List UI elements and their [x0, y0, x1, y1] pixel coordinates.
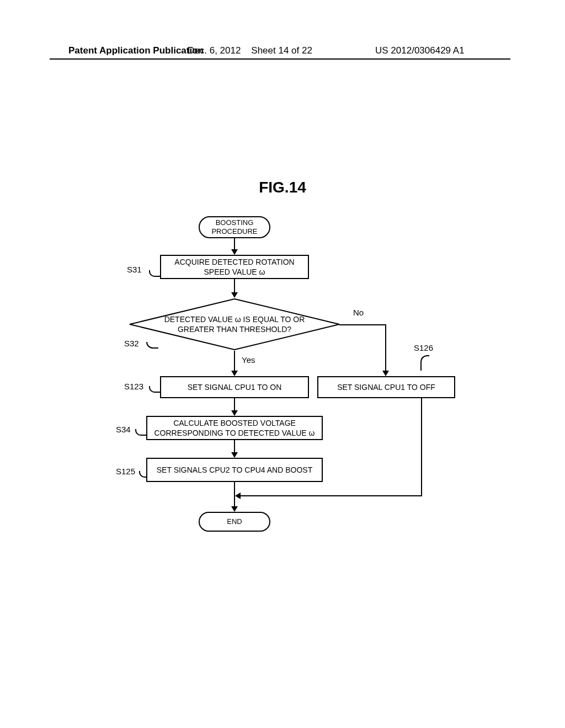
connector — [234, 279, 235, 293]
arrow-left-icon — [235, 493, 241, 499]
process-text: ACQUIRE DETECTED ROTATION SPEED VALUE ω — [161, 257, 308, 277]
connector — [234, 398, 235, 411]
process-s31: ACQUIRE DETECTED ROTATION SPEED VALUE ω — [160, 255, 309, 279]
leader-line — [149, 270, 160, 277]
connector — [234, 351, 235, 372]
pub-label: Patent Application Publication — [68, 45, 204, 56]
process-s123: SET SIGNAL CPU1 TO ON — [160, 376, 309, 398]
step-ref-s125: S125 — [116, 467, 135, 476]
process-text: SET SIGNAL CPU1 TO OFF — [337, 382, 435, 392]
step-ref-s34: S34 — [116, 425, 131, 434]
process-text: CALCULATE BOOSTED VOLTAGE CORRESPONDING … — [147, 418, 322, 438]
connector — [385, 324, 386, 372]
leader-line — [420, 355, 429, 371]
arrow-down-icon — [231, 410, 238, 416]
step-ref-s126: S126 — [414, 343, 433, 352]
terminator-end: END — [199, 512, 270, 532]
header-rule — [50, 58, 510, 60]
decision-s32: DETECTED VALUE ω IS EQUAL TO OR GREATER … — [129, 298, 340, 351]
figure-title: FIG.14 — [0, 179, 565, 196]
step-ref-s123: S123 — [124, 382, 143, 391]
connector — [234, 440, 235, 453]
pub-number: US 2012/0306429 A1 — [375, 45, 465, 56]
arrow-down-icon — [382, 371, 389, 376]
leader-line — [135, 429, 146, 436]
process-s125: SET SIGNALS CPU2 TO CPU4 AND BOOST — [146, 458, 323, 482]
leader-line — [149, 386, 160, 393]
arrow-down-icon — [231, 371, 238, 376]
connector — [241, 495, 422, 496]
arrow-down-icon — [231, 249, 238, 255]
step-ref-s31: S31 — [127, 265, 142, 274]
leader-line — [139, 471, 147, 478]
arrow-down-icon — [231, 292, 238, 298]
process-s34: CALCULATE BOOSTED VOLTAGE CORRESPONDING … — [146, 416, 323, 440]
process-text: SET SIGNAL CPU1 TO ON — [188, 382, 282, 392]
edge-label-no: No — [353, 308, 364, 317]
process-text: SET SIGNALS CPU2 TO CPU4 AND BOOST — [157, 465, 312, 475]
arrow-down-icon — [231, 452, 238, 458]
connector — [339, 324, 386, 325]
connector — [234, 238, 235, 250]
edge-label-yes: Yes — [242, 355, 255, 365]
step-ref-s32: S32 — [124, 339, 139, 348]
pub-date: Dec. 6, 2012 Sheet 14 of 22 — [188, 45, 312, 56]
flowchart: BOOSTING PROCEDURE ACQUIRE DETECTED ROTA… — [116, 216, 458, 547]
arrow-down-icon — [231, 506, 238, 512]
decision-text: DETECTED VALUE ω IS EQUAL TO OR GREATER … — [129, 298, 340, 351]
terminator-start: BOOSTING PROCEDURE — [199, 216, 270, 238]
process-s126: SET SIGNAL CPU1 TO OFF — [317, 376, 455, 398]
connector — [421, 398, 422, 495]
